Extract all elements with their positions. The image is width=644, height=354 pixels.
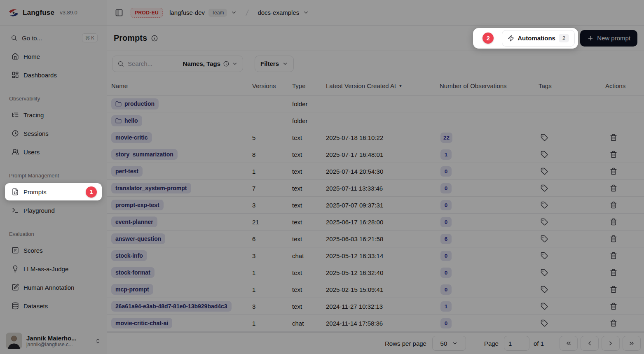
prompt-name-badge[interactable]: movie-critic-chat-ai [111, 318, 172, 328]
add-tag-button[interactable] [539, 200, 549, 210]
table-row[interactable]: translator_system-prompt7text2025-07-11 … [107, 180, 644, 197]
table-row[interactable]: stock-format1text2025-05-12 16:32:400 [107, 264, 644, 281]
add-tag-button[interactable] [539, 284, 549, 294]
prompt-name-badge[interactable]: prompt-exp-test [111, 200, 164, 210]
add-tag-button[interactable] [539, 149, 549, 159]
sidebar-item-tracing[interactable]: Tracing [5, 107, 102, 122]
add-tag-button[interactable] [539, 183, 549, 193]
delete-prompt-button[interactable] [609, 200, 618, 210]
goto-search-item[interactable]: Go to... ⌘ K [5, 30, 102, 45]
table-row[interactable]: stock-info3chat2025-05-12 16:33:140 [107, 247, 644, 264]
delete-prompt-button[interactable] [609, 251, 618, 261]
table-row[interactable]: movie-critic-chat-ai1chat2024-11-14 17:5… [107, 315, 644, 332]
sidebar-toggle-button[interactable] [114, 8, 124, 18]
automations-button[interactable]: Automations 2 [502, 30, 575, 47]
sidebar-item-llm-as-a-judge[interactable]: LLM-as-a-Judge [5, 261, 102, 276]
add-tag-button[interactable] [539, 133, 549, 142]
column-header-created-at[interactable]: Latest Version Created At ▼ [326, 82, 440, 89]
table-row[interactable]: answer-question6text2025-06-03 16:21:586 [107, 231, 644, 247]
observations-count-badge[interactable]: 0 [440, 251, 452, 261]
observations-count-badge[interactable]: 0 [440, 200, 452, 210]
column-header-observations[interactable]: Number of Observations [440, 82, 539, 89]
rows-per-page-select[interactable]: 50 [432, 336, 466, 351]
sidebar-item-home[interactable]: Home [5, 49, 102, 64]
observations-count-badge[interactable]: 6 [440, 234, 452, 244]
user-menu[interactable]: Jannik Maierho... jannik@langfuse.c... [0, 328, 107, 354]
sidebar-item-sessions[interactable]: Sessions [5, 126, 102, 141]
prompt-name-badge[interactable]: movie-critic [111, 132, 152, 143]
add-tag-button[interactable] [539, 318, 549, 328]
add-tag-button[interactable] [539, 301, 549, 311]
observations-count-badge[interactable]: 0 [440, 284, 452, 295]
sidebar-item-prompts[interactable]: Prompts1 [5, 183, 102, 200]
prompt-name-badge[interactable]: answer-question [111, 233, 165, 244]
observations-count-badge[interactable]: 0 [440, 183, 452, 193]
folder-badge[interactable]: hello [111, 115, 142, 126]
sidebar-item-playground[interactable]: Playground [5, 203, 102, 218]
page-of-label: of 1 [534, 340, 544, 347]
add-tag-button[interactable] [539, 268, 549, 277]
column-header-type[interactable]: Type [292, 82, 326, 89]
prompt-name-badge[interactable]: translator_system-prompt [111, 183, 191, 193]
search-input[interactable] [128, 60, 163, 67]
delete-prompt-button[interactable] [609, 234, 618, 244]
sidebar-item-scores[interactable]: Scores [5, 243, 102, 258]
table-row[interactable]: 26a61a94-e3ab-48d7-81e0-13b929bad4c33tex… [107, 298, 644, 315]
column-header-versions[interactable]: Versions [252, 82, 292, 89]
table-row[interactable]: perf-test1text2025-07-14 20:54:300 [107, 163, 644, 180]
next-page-button[interactable] [602, 336, 620, 351]
observations-count-badge[interactable]: 1 [440, 301, 452, 312]
table-row[interactable]: event-planner21text2025-06-17 16:28:000 [107, 214, 644, 231]
prompt-name: answer-question [115, 236, 161, 242]
filters-button[interactable]: Filters [255, 56, 294, 72]
prompt-name-badge[interactable]: perf-test [111, 166, 143, 177]
sidebar-item-human-annotation[interactable]: Human Annotation [5, 280, 102, 295]
delete-prompt-button[interactable] [609, 318, 618, 328]
delete-prompt-button[interactable] [609, 217, 618, 227]
project-switcher[interactable]: docs-examples [258, 9, 309, 16]
folder-badge[interactable]: production [111, 98, 159, 109]
new-prompt-button[interactable]: New prompt [580, 30, 637, 47]
sidebar-item-dashboards[interactable]: Dashboards [5, 68, 102, 82]
prompt-name-badge[interactable]: event-planner [111, 217, 157, 227]
add-tag-button[interactable] [539, 166, 549, 176]
table-row[interactable]: prompt-exp-test3text2025-07-07 09:37:310 [107, 197, 644, 214]
observations-count-badge[interactable]: 22 [440, 133, 452, 143]
sidebar-item-users[interactable]: Users [5, 144, 102, 159]
search-scope-selector[interactable]: Names, Tags [183, 60, 238, 67]
add-tag-button[interactable] [539, 217, 549, 227]
sidebar-item-datasets[interactable]: Datasets [5, 298, 102, 313]
table-row[interactable]: story_summarization8text2025-07-17 16:48… [107, 146, 644, 163]
add-tag-button[interactable] [539, 251, 549, 261]
observations-count-badge[interactable]: 0 [440, 318, 452, 328]
table-header: Name Versions Type Latest Version Create… [107, 76, 644, 95]
last-page-button[interactable] [623, 336, 641, 351]
delete-prompt-button[interactable] [609, 133, 618, 142]
delete-prompt-button[interactable] [609, 268, 618, 277]
add-tag-button[interactable] [539, 234, 549, 244]
page-number-input[interactable] [504, 336, 529, 351]
prompt-name-badge[interactable]: stock-format [111, 267, 155, 278]
table-row[interactable]: productionfolder [107, 95, 644, 112]
prompt-name-badge[interactable]: 26a61a94-e3ab-48d7-81e0-13b929bad4c3 [111, 301, 232, 312]
prompt-name-badge[interactable]: stock-info [111, 250, 147, 261]
observations-count-badge[interactable]: 0 [440, 268, 452, 278]
org-switcher[interactable]: langfuse-dev Team [169, 9, 237, 17]
observations-count-badge[interactable]: 0 [440, 166, 452, 177]
table-row[interactable]: movie-critic5text2025-07-18 16:10:2222 [107, 129, 644, 146]
delete-prompt-button[interactable] [609, 166, 618, 176]
previous-page-button[interactable] [581, 336, 599, 351]
observations-count-badge[interactable]: 1 [440, 149, 452, 160]
delete-prompt-button[interactable] [609, 183, 618, 193]
table-row[interactable]: mcp-prompt1text2025-02-15 15:09:410 [107, 281, 644, 298]
prompt-name-badge[interactable]: mcp-prompt [111, 284, 153, 295]
delete-prompt-button[interactable] [609, 149, 618, 159]
column-header-name[interactable]: Name [107, 82, 252, 89]
observations-count-badge[interactable]: 0 [440, 217, 452, 227]
first-page-button[interactable] [560, 336, 578, 351]
delete-prompt-button[interactable] [609, 301, 618, 311]
delete-prompt-button[interactable] [609, 284, 618, 294]
table-row[interactable]: hellofolder [107, 112, 644, 129]
prompt-name-badge[interactable]: story_summarization [111, 149, 178, 160]
main: PROD-EU langfuse-dev Team docs-examples … [107, 0, 644, 354]
